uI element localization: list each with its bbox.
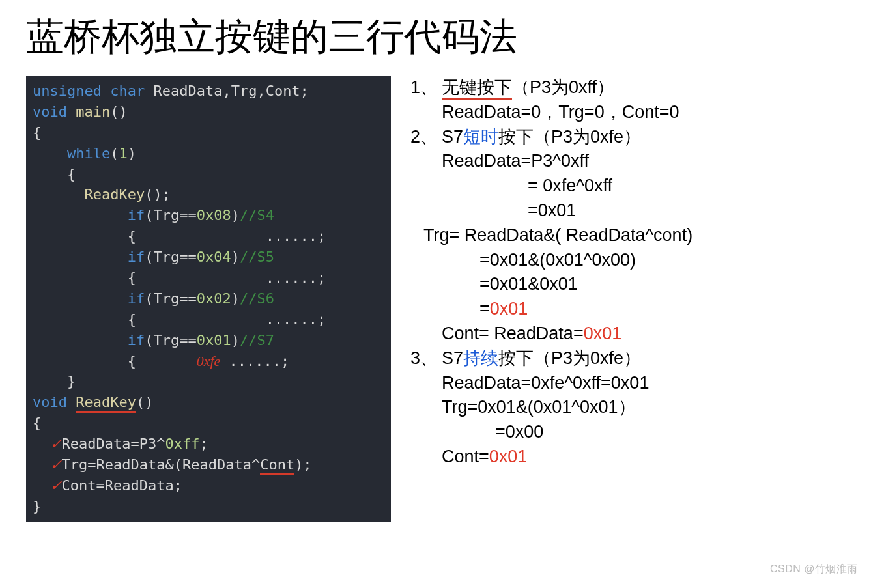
main-content: unsigned char ReadData,Trg,Cont; void ma… [0, 69, 871, 522]
n1-title-b: （P3为0xff） [512, 77, 614, 97]
n2-cont-a: Cont= ReadData= [442, 324, 584, 343]
hex-08: 0x08 [197, 207, 231, 223]
n2-cont-b: 0x01 [584, 324, 622, 343]
annotation-oxfe: 0xfe [197, 353, 221, 369]
kw-char: char [110, 83, 145, 99]
n2-trg3: =0x01&0x01 [410, 272, 853, 297]
kw-unsigned: unsigned [33, 83, 102, 99]
hex-02: 0x02 [197, 290, 231, 307]
n3-c: 按下（P3为0xfe） [498, 348, 641, 368]
hex-01: 0x01 [197, 332, 231, 348]
n2-trg4b: 0x01 [490, 299, 528, 318]
n3-trg: Trg=0x01&(0x01^0x01） [410, 395, 853, 420]
n2-rd3: =0x01 [410, 199, 853, 223]
body-1: ReadData=P3^ [62, 436, 165, 452]
n3-idx: 3、 [410, 346, 442, 371]
n2-trg: Trg= ReadData&( ReadData^cont) [410, 223, 853, 248]
cmt-s6: //S6 [240, 290, 274, 307]
notes: 1、 无键按下（P3为0xff） ReadData=0，Trg=0，Cont=0… [410, 76, 853, 522]
body-3: Cont=ReadData; [62, 477, 182, 494]
page-title: 蓝桥杯独立按键的三行代码法 [0, 0, 871, 69]
cmt-s4: //S4 [240, 207, 274, 223]
n3-rd: ReadData=0xfe^0xff=0x01 [410, 371, 853, 396]
body-2: Trg=ReadData&(ReadData^Cont); [62, 456, 312, 475]
fn-readkey-call: ReadKey [84, 186, 145, 203]
n2-trg2: =0x01&(0x01^0x00) [410, 248, 853, 273]
n1-idx: 1、 [410, 76, 442, 100]
fn-main: main [76, 104, 110, 120]
n1-line: ReadData=0，Trg=0，Cont=0 [410, 100, 853, 125]
code-block: unsigned char ReadData,Trg,Cont; void ma… [26, 76, 391, 522]
n2-rd2: = 0xfe^0xff [410, 174, 853, 199]
cmt-s7: //S7 [240, 332, 274, 348]
cmt-s5: //S5 [240, 249, 274, 265]
n3-cont-b: 0x01 [489, 447, 528, 466]
n2-idx: 2、 [410, 125, 442, 150]
n2-trg4a: = [479, 299, 490, 318]
n3-a: S7 [442, 348, 463, 368]
n1-title-a: 无键按下 [442, 77, 512, 100]
n2-c: 按下（P3为0xfe） [498, 127, 641, 147]
n3-cont-a: Cont= [442, 447, 489, 466]
decl-vars: ReadData,Trg,Cont; [145, 83, 309, 99]
kw-while: while [67, 145, 110, 161]
kw-void: void [33, 104, 67, 120]
n2-b: 短时 [463, 127, 498, 147]
trg-eq: Trg== [153, 207, 196, 223]
fn-readkey: ReadKey [76, 394, 136, 413]
n3-trg2: =0x00 [410, 420, 853, 445]
dots: ......; [266, 228, 326, 244]
n2-a: S7 [442, 127, 463, 147]
watermark: CSDN @竹烟淮雨 [770, 563, 858, 576]
num-one: 1 [119, 145, 127, 161]
n2-rd: ReadData=P3^0xff [410, 149, 853, 174]
n3-b: 持续 [463, 348, 498, 368]
hex-04: 0x04 [197, 249, 231, 265]
